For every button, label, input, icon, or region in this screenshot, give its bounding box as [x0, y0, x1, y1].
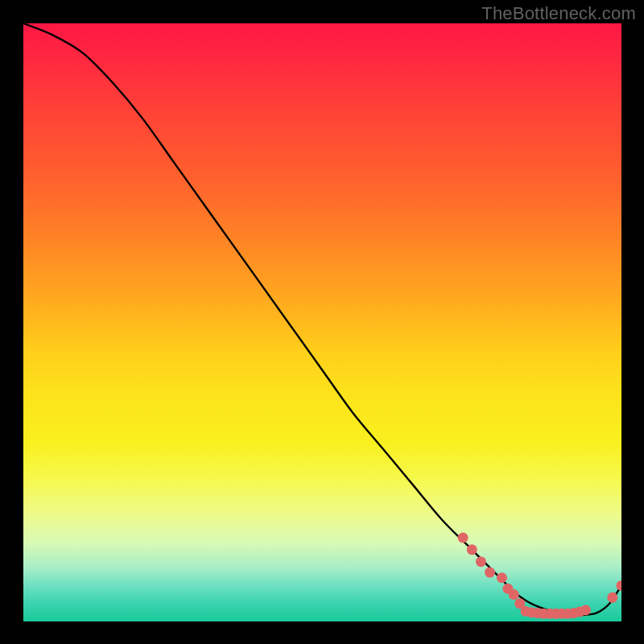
data-marker — [497, 572, 507, 583]
chart-svg — [23, 23, 621, 621]
data-marker — [485, 568, 495, 578]
chart-frame: TheBottleneck.com — [0, 0, 644, 644]
data-marker — [617, 580, 622, 591]
data-marker — [476, 556, 486, 567]
plot-area — [23, 23, 621, 621]
data-marker — [607, 592, 617, 603]
data-marker — [467, 544, 477, 555]
watermark-text: TheBottleneck.com — [481, 3, 636, 24]
data-marker — [509, 589, 519, 600]
curve-markers — [458, 532, 621, 618]
data-marker — [580, 605, 591, 615]
data-marker — [458, 532, 469, 543]
curve-path — [23, 23, 621, 615]
